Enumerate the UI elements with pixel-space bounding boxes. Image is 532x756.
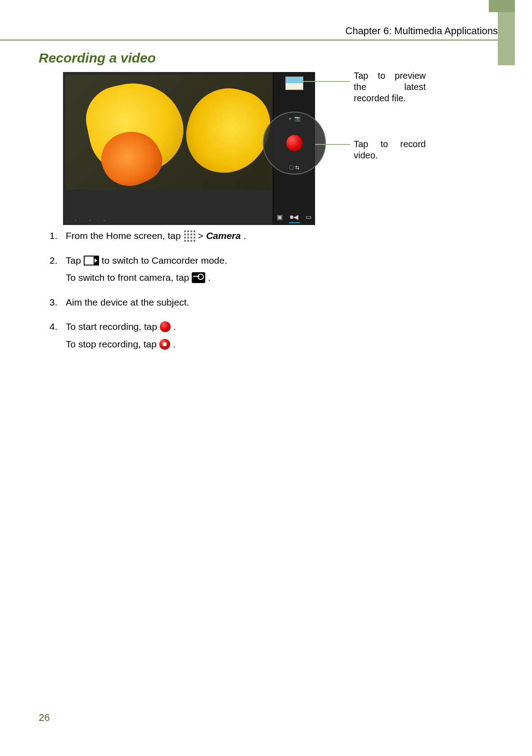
page-side-tab [498,12,515,65]
camera-side-panel: ＋ 📷 〇 ⇆ ▣ ■◀ ▭ [273,72,315,225]
camcorder-icon [84,256,99,266]
page-top-tab [489,0,515,12]
step-text: . [173,320,176,334]
apps-grid-icon [184,230,195,242]
step-text: To stop recording, tap [66,337,157,352]
zoom-out-icon[interactable]: 〇 ⇆ [289,164,299,171]
step-text: . [173,337,176,352]
section-title: Recording a video [39,50,156,66]
step-2: 2. Tap to switch to Camcorder mode. To s… [50,253,365,285]
video-mode-icon[interactable]: ■◀ [290,213,298,220]
switch-camera-icon [192,272,205,283]
zoom-in-icon[interactable]: ＋ 📷 [288,115,300,122]
control-dial: ＋ 📷 〇 ⇆ [263,112,326,175]
camera-app-name: Camera [206,229,241,243]
panorama-mode-icon[interactable]: ▭ [306,213,311,220]
callout-record: Tap to record video. [354,139,426,161]
record-button[interactable] [286,135,302,151]
viewfinder-preview [66,75,273,190]
step-text: . [208,270,211,285]
leaf-shape-2 [178,80,273,182]
step-text: Aim the device at the subject. [66,295,189,310]
mode-row: ▣ ■◀ ▭ [277,213,311,220]
camera-mode-icon[interactable]: ▣ [277,213,283,220]
step-3: 3. Aim the device at the subject. [50,295,365,310]
camcorder-screenshot: ＋ 📷 〇 ⇆ ▣ ■◀ ▭ [63,72,315,225]
step-text: From the Home screen, tap [66,229,181,243]
step-text: Tap [66,253,81,268]
step-1: 1. From the Home screen, tap > Camera. [50,229,365,243]
step-number: 1. [50,229,66,243]
step-number: 4. [50,320,66,334]
step-number: 3. [50,295,66,310]
step-text: . [243,229,246,243]
step-text: to switch to Camcorder mode. [102,253,227,268]
stop-icon [159,339,170,350]
chapter-underline [0,40,498,40]
callout-line-record [315,144,350,145]
instruction-steps: 1. From the Home screen, tap > Camera. 2… [50,229,365,361]
step-text: To start recording, tap [66,320,157,334]
record-icon [160,321,171,332]
step-text: > [198,229,203,243]
nav-dots [66,193,273,225]
active-mode-indicator [289,222,300,223]
callout-line-preview [301,81,350,82]
chapter-label: Chapter 6: Multimedia Applications [345,25,498,37]
callout-preview: Tap to preview the latest recorded file. [354,70,426,104]
phone-screen: ＋ 📷 〇 ⇆ ▣ ■◀ ▭ [63,72,315,225]
step-text: To switch to front camera, tap [66,270,189,285]
step-4: 4. To start recording, tap . To stop rec… [50,320,365,351]
step-number: 2. [50,253,66,268]
page-number: 26 [39,712,50,724]
preview-thumbnail[interactable] [285,76,303,90]
